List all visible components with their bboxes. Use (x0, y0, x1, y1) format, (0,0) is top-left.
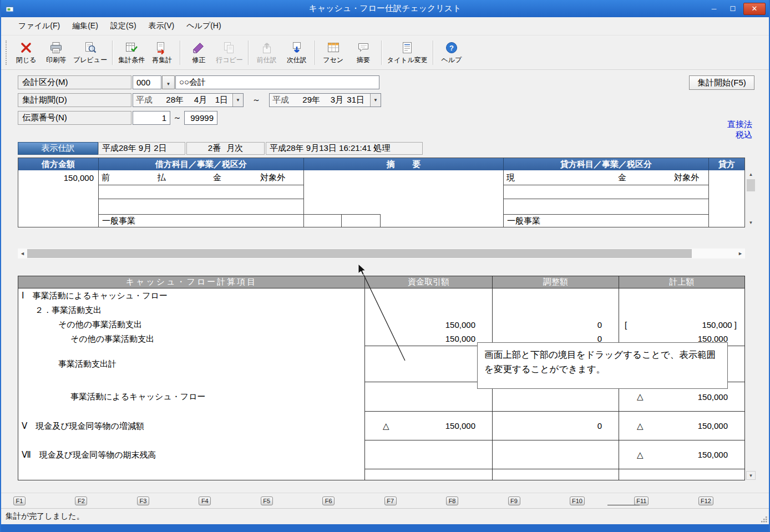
period-section-label: 集計期間(D) (18, 93, 131, 107)
title-bar: キャッシュ・フロー仕訳チェックリスト ─ ☐ ✕ (1, 0, 769, 17)
cashflow-scrollbar-down-icon[interactable] (746, 471, 756, 480)
menu-item-view[interactable]: 表示(V) (143, 18, 181, 34)
toolbar-sticky-note-button[interactable]: フセン (318, 38, 348, 68)
minimize-button[interactable]: ─ (706, 3, 722, 15)
toolbar-previous-journal-button[interactable]: 前仕訳 (252, 38, 282, 68)
period-to-dropdown-icon[interactable] (370, 94, 381, 107)
tab-display-journal[interactable]: 表示仕訳 (18, 142, 98, 155)
journal-entry-no: 2番 (208, 143, 221, 154)
scroll-up-icon[interactable] (746, 170, 756, 179)
account-code-input[interactable]: 000 (133, 75, 161, 89)
toolbar-close-button[interactable]: 閉じる (11, 38, 41, 68)
period-from-dropdown-icon[interactable] (232, 94, 243, 107)
cashflow-cell-adj (493, 440, 619, 469)
cashflow-row: その他の事業活動支出150,0000[150,000 ] (18, 317, 744, 332)
period-from-field[interactable]: 平成 28年 4月 1日 (133, 93, 244, 107)
function-key-f3[interactable]: F3 (137, 496, 149, 505)
cashflow-cell-fund (365, 288, 493, 303)
toolbar-preview-button[interactable]: プレビュー (71, 38, 109, 68)
function-key-f4[interactable]: F4 (199, 496, 211, 505)
menu-item-help[interactable]: ヘルプ(H) (180, 18, 227, 34)
toolbar-help-button[interactable]: ? ヘルプ (437, 38, 467, 68)
cashflow-value: 150,000 (698, 450, 728, 459)
function-key-f7[interactable]: F7 (384, 496, 397, 505)
cashflow-row-label (18, 469, 365, 480)
cashflow-row-label: その他の事業活動支出 (18, 317, 365, 332)
period-to-year: 29年 (292, 95, 320, 105)
col-fund-transaction-amount: 資金取引額 (365, 276, 493, 288)
journal-table: 借方金額 借方科目／事業／税区分 摘要 貸方科目／事業／税区分 貸方 150,0… (18, 158, 745, 227)
cashflow-table-header: キャッシュ・フロー計算項目 資金取引額 調整額 計上額 (18, 276, 744, 288)
cashflow-value: 150,000 (445, 421, 475, 430)
menu-item-file[interactable]: ファイル(F) (12, 18, 66, 34)
toolbar-summary-button[interactable]: 摘要 (348, 38, 378, 68)
resize-grip[interactable] (760, 515, 768, 523)
window-controls: ─ ☐ ✕ (706, 3, 769, 15)
scroll-right-icon[interactable] (736, 249, 745, 259)
sticky-note-icon (326, 40, 341, 55)
period-to-field[interactable]: 平成 29年 3月 31日 (269, 93, 381, 107)
journal-vertical-scrollbar[interactable] (746, 170, 756, 227)
toolbar-print-button[interactable]: 印刷等 (41, 38, 71, 68)
maximize-icon: ☐ (730, 5, 736, 13)
cashflow-value: 150,000 (698, 392, 728, 402)
toolbar-title-change-button[interactable]: タイトル変更 (385, 38, 430, 68)
cashflow-row: Ⅴ 現金及び現金同等物の増減額△150,0000△150,000 (18, 412, 744, 440)
journal-debit-amount-column: 150,000 (18, 170, 99, 227)
menu-item-edit[interactable]: 編集(E) (66, 18, 104, 34)
start-aggregation-button[interactable]: 集計開始(F5) (689, 75, 754, 90)
toolbar-row-copy-button[interactable]: 行コピー (214, 38, 245, 68)
scroll-left-icon[interactable] (18, 249, 27, 259)
re-aggregate-icon (155, 40, 169, 55)
toolbar-edit-button[interactable]: 修正 (184, 38, 214, 68)
toolbar-button-label: タイトル変更 (387, 55, 428, 65)
toolbar-button-label: 摘要 (357, 55, 370, 65)
scroll-down-icon[interactable] (746, 218, 756, 227)
journal-table-header: 借方金額 借方科目／事業／税区分 摘要 貸方科目／事業／税区分 貸方 (18, 158, 744, 170)
function-key-f9[interactable]: F9 (508, 496, 520, 505)
function-key-f5[interactable]: F5 (261, 496, 273, 505)
account-dropdown-button[interactable] (162, 75, 175, 89)
menu-item-settings[interactable]: 設定(S) (104, 18, 143, 34)
function-key-f2[interactable]: F2 (75, 496, 87, 505)
toolbar-next-journal-button[interactable]: 次仕訳 (282, 38, 312, 68)
function-key-f6[interactable]: F6 (322, 496, 335, 505)
col-debit-account: 借方科目／事業／税区分 (99, 158, 304, 170)
next-journal-icon (290, 40, 304, 55)
cashflow-row-label: Ⅴ 現金及び現金同等物の増減額 (18, 412, 365, 440)
slip-tilde: ～ (170, 111, 184, 125)
cashflow-cell-fund (365, 346, 493, 382)
toolbar: 閉じる 印刷等 プレビュー 集計条件 再集計 修正 行コピー (1, 36, 769, 70)
title-change-icon (400, 40, 414, 55)
mouse-cursor (358, 264, 366, 275)
function-key-f8[interactable]: F8 (446, 496, 458, 505)
cashflow-cell-adj: 0 (493, 412, 619, 440)
cashflow-row: ２．事業活動支出 (18, 303, 744, 317)
close-button[interactable]: ✕ (743, 3, 766, 15)
cashflow-row: Ⅰ 事業活動によるキャッシュ・フロー (18, 288, 744, 303)
window-bottom-border (1, 524, 769, 532)
journal-credit-amount-column (709, 170, 744, 227)
cashflow-cell-fund (365, 382, 493, 412)
toolbar-button-label: 次仕訳 (287, 55, 307, 65)
period-to-day: 31日 (343, 95, 364, 105)
journal-summary-subrow (304, 214, 503, 227)
horizontal-scrollbar-thumb[interactable] (27, 249, 692, 258)
function-key-f11[interactable]: F11 (634, 496, 649, 505)
app-window: キャッシュ・フロー仕訳チェックリスト ─ ☐ ✕ ファイル(F) 編集(E) 設… (0, 0, 770, 532)
splitter-help-tooltip: 画面上部と下部の境目をドラッグすることで、表示範囲を変更することができます。 (477, 342, 728, 389)
toolbar-reaggregate-button[interactable]: 再集計 (147, 38, 177, 68)
toolbar-aggregate-conditions-button[interactable]: 集計条件 (116, 38, 147, 68)
cashflow-cell-fund (365, 440, 493, 469)
vertical-scrollbar-thumb[interactable] (747, 179, 755, 191)
account-name-field: ○○会計 (175, 75, 379, 89)
slip-number-to-input[interactable]: 99999 (184, 111, 217, 125)
cashflow-value: 0 (597, 421, 602, 430)
function-key-f1[interactable]: F1 (13, 496, 26, 505)
slip-number-from-input[interactable]: 1 (133, 111, 170, 125)
horizontal-scrollbar[interactable] (18, 249, 745, 259)
function-key-f10[interactable]: F10 (570, 496, 585, 505)
function-key-f12[interactable]: F12 (698, 496, 713, 505)
toolbar-gripper[interactable] (6, 40, 8, 65)
maximize-button[interactable]: ☐ (725, 3, 741, 15)
